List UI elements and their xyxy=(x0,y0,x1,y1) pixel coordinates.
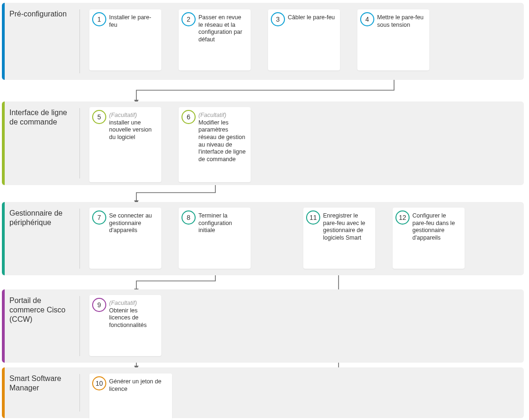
step-card-3: 3 Câbler le pare-feu xyxy=(268,9,340,70)
step-text: Configurer le pare-feu dans le gestionna… xyxy=(412,212,460,242)
section-title: Smart Software Manager xyxy=(9,374,75,393)
step-card-7: 7 Se connecter au gestionnaire d'apparei… xyxy=(89,208,161,269)
step-badge: 9 xyxy=(92,298,106,312)
step-badge: 2 xyxy=(182,12,196,26)
step-text: (Facultatif) installer une nouvelle vers… xyxy=(109,112,157,141)
step-card-10: 10 Générer un jeton de licence xyxy=(89,373,172,420)
step-text: Installer le pare-feu xyxy=(109,14,157,29)
step-text-inner: Obtenir les licences de fonctionnalités xyxy=(109,307,147,328)
step-optional: (Facultatif) xyxy=(109,300,137,306)
section-title: Gestionnaire de périphérique xyxy=(9,209,75,227)
section-accent xyxy=(2,3,5,80)
step-card-1: 1 Installer le pare-feu xyxy=(89,9,161,70)
section-ccw: Portail de commerce Cisco (CCW) xyxy=(2,289,524,363)
section-accent xyxy=(2,101,5,185)
step-badge: 4 xyxy=(360,12,374,26)
step-card-12: 12 Configurer le pare-feu dans le gestio… xyxy=(393,208,465,269)
step-text: Passer en revue le réseau et la configur… xyxy=(198,14,246,44)
section-divider xyxy=(79,209,80,269)
step-card-9: 9 (Facultatif) Obtenir les licences de f… xyxy=(89,295,161,356)
step-card-5: 5 (Facultatif) installer une nouvelle ve… xyxy=(89,107,161,182)
section-title: Pré-configuration xyxy=(9,9,67,19)
step-card-11: 11 Enregistrer le pare-feu avec le gesti… xyxy=(303,208,375,269)
section-accent xyxy=(2,289,5,363)
step-optional: (Facultatif) xyxy=(198,112,226,118)
step-text: Générer un jeton de licence xyxy=(109,378,167,393)
section-cli: Interface de ligne de commande xyxy=(2,101,524,185)
step-badge: 8 xyxy=(182,210,196,225)
step-card-4: 4 Mettre le pare-feu sous tension xyxy=(357,9,429,70)
section-pre-configuration: Pré-configuration xyxy=(2,3,524,80)
section-accent xyxy=(2,367,5,418)
step-text: (Facultatif) Modifier les paramètres rés… xyxy=(198,112,246,163)
step-text: (Facultatif) Obtenir les licences de fon… xyxy=(109,300,157,329)
step-badge: 6 xyxy=(182,110,196,124)
step-card-2: 2 Passer en revue le réseau et la config… xyxy=(179,9,251,70)
step-card-6: 6 (Facultatif) Modifier les paramètres r… xyxy=(179,107,251,182)
step-text: Enregistrer le pare-feu avec le gestionn… xyxy=(323,212,371,242)
step-badge: 1 xyxy=(92,12,106,26)
section-ssm: Smart Software Manager xyxy=(2,367,524,418)
step-badge: 10 xyxy=(92,376,106,390)
section-title: Interface de ligne de commande xyxy=(9,108,75,127)
step-text: Câbler le pare-feu xyxy=(288,14,335,22)
section-divider xyxy=(79,9,80,73)
flow-diagram: Pré-configuration Interface de ligne de … xyxy=(0,0,529,420)
step-text: Mettre le pare-feu sous tension xyxy=(377,14,425,29)
step-optional: (Facultatif) xyxy=(109,112,137,118)
step-text: Se connecter au gestionnaire d'appareils xyxy=(109,212,157,234)
section-divider xyxy=(79,296,80,356)
step-badge: 3 xyxy=(271,12,285,26)
step-badge: 12 xyxy=(395,210,410,225)
step-text: Terminer la configuration initiale xyxy=(198,212,246,234)
section-divider xyxy=(79,108,80,179)
section-accent xyxy=(2,202,5,275)
step-badge: 11 xyxy=(306,210,320,225)
step-badge: 7 xyxy=(92,210,106,225)
section-divider xyxy=(79,374,80,412)
section-title: Portail de commerce Cisco (CCW) xyxy=(9,296,75,324)
step-badge: 5 xyxy=(92,110,106,124)
step-card-8: 8 Terminer la configuration initiale xyxy=(179,208,251,269)
step-text-inner: Modifier les paramètres réseau de gestio… xyxy=(198,119,245,163)
step-text-inner: installer une nouvelle version du logici… xyxy=(109,119,151,140)
